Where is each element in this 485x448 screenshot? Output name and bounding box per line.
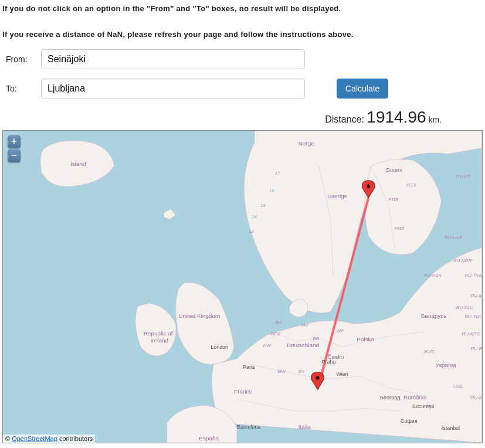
country-label: España: [199, 435, 219, 442]
region-label: ODE: [453, 384, 464, 389]
zoom-controls: + −: [8, 135, 21, 162]
sea-depth-label: 17: [275, 171, 280, 176]
country-label: Polska: [357, 336, 374, 342]
region-label: RU-KRS: [462, 331, 480, 337]
region-label: BB: [313, 336, 320, 341]
distance-prefix: Distance:: [325, 114, 367, 124]
sea-depth-label: 13: [249, 229, 254, 235]
city-label: București: [412, 404, 434, 410]
svg-point-1: [367, 185, 370, 188]
sea-depth-label: 16: [269, 188, 274, 194]
region-label: BY: [299, 369, 305, 375]
region-label: BW: [278, 369, 286, 375]
distance-unit: km.: [426, 115, 442, 124]
country-label: Italia: [299, 423, 311, 430]
region-label: NW: [263, 343, 272, 348]
region-label: MV: [301, 323, 309, 328]
country-label: United Kingdom: [178, 313, 220, 319]
distance-value: 1914.96: [367, 108, 426, 126]
city-label: İstanbul: [442, 425, 460, 431]
country-label: Ireland: [151, 337, 168, 344]
city-label: Praha: [321, 359, 335, 365]
to-input[interactable]: [41, 79, 305, 99]
region-label: FI13: [406, 182, 416, 188]
region-label: RU-NGR: [453, 258, 472, 263]
region-label: RU-KR: [456, 174, 471, 179]
region-label: RU-LEN: [445, 235, 462, 240]
map-svg[interactable]: ÍslandNorgeSuomiSverigeUnited KingdomRep…: [3, 131, 482, 443]
distance-result: Distance: 1914.96 km.: [2, 108, 483, 127]
map-container[interactable]: ÍslandNorgeSuomiSverigeUnited KingdomRep…: [2, 130, 483, 443]
calculate-button[interactable]: Calculate: [337, 79, 388, 99]
country-label: Україна: [436, 362, 457, 369]
country-label: France: [234, 389, 252, 395]
city-label: Wien: [336, 372, 348, 378]
region-label: RU-PSK: [424, 273, 442, 278]
city-label: Београд: [380, 395, 401, 401]
region-label: NDS: [271, 331, 281, 337]
country-label: România: [403, 395, 427, 401]
region-label: SH: [275, 320, 281, 325]
zoom-out-button[interactable]: −: [8, 150, 21, 162]
from-row: From:: [6, 49, 479, 69]
from-input[interactable]: [41, 49, 305, 69]
region-label: RU-BEL: [471, 346, 482, 351]
region-label: RU-KDA: [471, 396, 482, 401]
region-label: FI18: [395, 226, 405, 232]
form-area: From: To: Calculate: [2, 49, 483, 99]
zoom-in-button[interactable]: +: [8, 135, 21, 148]
region-label: RU-TUL: [465, 314, 482, 319]
osm-link[interactable]: OpenStreetMap: [12, 435, 57, 442]
svg-point-2: [316, 376, 320, 380]
to-row: To: Calculate: [6, 79, 479, 99]
country-label: Беларусь: [421, 313, 447, 319]
country-label: Republic of: [144, 330, 173, 337]
sea-depth-label: 14: [252, 215, 257, 220]
city-label: London: [211, 344, 228, 350]
region-label: WP: [336, 328, 344, 334]
map-attribution: © OpenStreetMap contributors: [3, 435, 95, 443]
region-label: FI19: [389, 197, 399, 202]
city-label: София: [401, 418, 418, 424]
country-label: Ísland: [70, 161, 86, 167]
country-label: Norge: [299, 140, 315, 147]
country-label: Deutschland: [287, 342, 319, 348]
country-label: Sverige: [327, 193, 347, 199]
instruction-line-2: If you receive a distance of NaN, please…: [2, 28, 483, 41]
sea-depth-label: 15: [260, 203, 266, 208]
to-label: To:: [6, 84, 41, 93]
city-label: Paris: [243, 365, 255, 371]
instruction-line-1: If you do not click on an option in the …: [2, 2, 483, 15]
region-label: RU-TVE: [465, 273, 482, 278]
from-label: From:: [6, 55, 41, 64]
region-label: ЖИТ.: [423, 349, 435, 354]
region-label: RU-KLU: [456, 305, 474, 310]
instructions-block: If you do not click on an option in the …: [2, 2, 483, 41]
region-label: RU-MOW: [471, 293, 482, 298]
country-label: Suomi: [386, 167, 402, 173]
city-label: Barcelona: [237, 424, 260, 430]
